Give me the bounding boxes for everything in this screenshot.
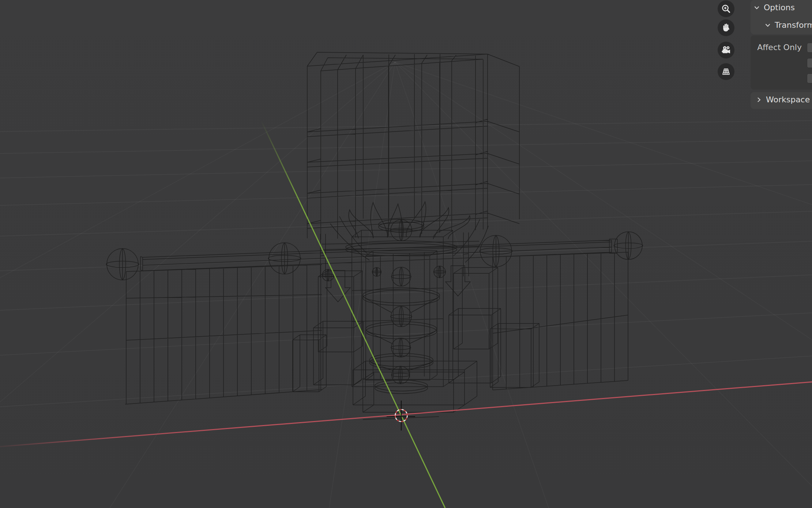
chevron-down-icon bbox=[764, 22, 771, 29]
viewport-scene bbox=[0, 0, 812, 508]
transform-label: Transform bbox=[775, 20, 812, 30]
pan-hand-icon bbox=[721, 22, 732, 33]
options-label: Options bbox=[764, 3, 795, 12]
affect-only-checkbox[interactable] bbox=[807, 43, 812, 53]
chevron-right-icon bbox=[756, 96, 762, 103]
transform-panel-header[interactable]: Transform bbox=[764, 20, 812, 30]
affect-only-label: Affect Only bbox=[754, 43, 802, 52]
blender-3d-viewport[interactable]: Options Transform Affect Only Workspace bbox=[0, 0, 812, 508]
zoom-icon bbox=[721, 3, 732, 14]
workspace-panel-header[interactable]: Workspace bbox=[756, 95, 810, 104]
orthographic-grid-icon bbox=[720, 66, 732, 77]
transform-panel-body: Affect Only bbox=[751, 35, 812, 90]
viewport-background bbox=[0, 0, 812, 508]
zoom-button[interactable] bbox=[718, 0, 734, 17]
orthographic-toggle-button[interactable] bbox=[718, 63, 734, 80]
workspace-panel: Workspace bbox=[751, 92, 812, 109]
workspace-label: Workspace bbox=[766, 95, 810, 104]
chevron-down-icon bbox=[753, 4, 760, 11]
options-panel-header[interactable]: Options bbox=[753, 3, 795, 12]
camera-view-button[interactable] bbox=[718, 42, 734, 58]
affect-only-checkbox[interactable] bbox=[807, 58, 812, 68]
camera-view-icon bbox=[720, 44, 732, 56]
pan-button[interactable] bbox=[718, 19, 734, 36]
affect-only-checkbox[interactable] bbox=[807, 73, 812, 83]
options-panel: Options Transform bbox=[751, 0, 812, 34]
